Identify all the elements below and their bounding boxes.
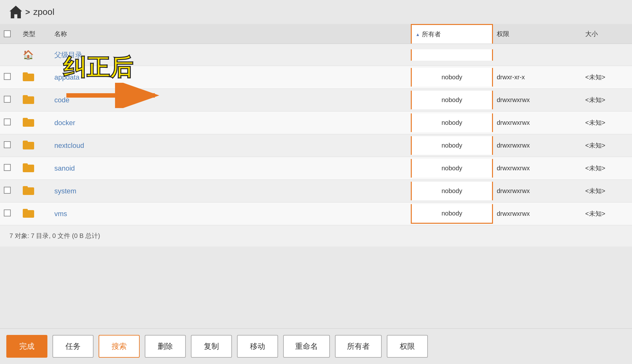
row-type-cell [19,112,51,134]
row-owner-cell: nobody [411,91,493,109]
file-link[interactable]: system [54,187,76,195]
row-size-cell: <未知> [581,136,632,155]
row-type-cell [19,180,51,202]
folder-icon [23,185,34,195]
row-checkbox[interactable] [4,73,11,80]
row-name-cell[interactable]: docker [51,113,411,133]
row-checkbox[interactable] [4,187,11,194]
row-name-cell[interactable]: sanoid [51,159,411,178]
file-link[interactable]: code [54,96,70,104]
row-type-cell [19,157,51,179]
perms-button[interactable]: 权限 [387,335,428,358]
folder-icon [23,72,34,81]
row-name-cell[interactable]: system [51,181,411,201]
row-type-cell [19,89,51,111]
row-name-cell[interactable]: nextcloud [51,136,411,155]
file-link[interactable]: nextcloud [54,142,84,149]
row-permissions-cell: drwxrwxrwx [493,113,581,132]
row-type-cell [19,203,51,225]
table-header: 类型 名称 ▲ 所有者 权限 大小 [0,24,632,44]
tasks-button[interactable]: 任务 [52,335,94,358]
row-owner-cell: nobody [411,136,493,155]
row-name-cell[interactable]: vms [51,204,411,224]
owner-button[interactable]: 所有者 [335,335,382,358]
file-link[interactable]: appdata [54,73,80,81]
parent-folder-icon: 🏠 [23,50,34,60]
row-owner-cell: nobody [411,182,493,200]
breadcrumb: > zpool [0,0,632,24]
row-checkbox-cell[interactable] [0,181,19,201]
row-checkbox[interactable] [4,118,11,125]
row-owner-cell: nobody [411,204,493,224]
row-owner-cell: nobody [411,159,493,178]
row-permissions-cell [493,49,581,61]
row-permissions-cell: drwxrwxrwx [493,204,581,223]
file-link[interactable]: docker [54,119,75,127]
row-type-cell [19,66,51,88]
status-bar: 7 对象: 7 目录, 0 文件 (0 B 总计) [0,225,632,246]
folder-icon [23,140,34,149]
header-permissions: 权限 [493,24,581,44]
header-checkbox [0,24,19,44]
select-all-checkbox[interactable] [4,30,11,37]
header-name: 名称 [51,24,411,44]
home-icon[interactable] [9,6,22,18]
table-row: system nobody drwxrwxrwx <未知> [0,180,632,203]
table-row: appdata nobody drwxr-xr-x <未知> [0,66,632,89]
breadcrumb-separator: > [25,7,30,17]
header-owner[interactable]: ▲ 所有者 [411,24,493,44]
row-owner-cell: nobody [411,68,493,87]
row-type-cell [19,134,51,157]
row-checkbox-cell [0,49,19,61]
row-checkbox-cell[interactable] [0,67,19,87]
row-size-cell: <未知> [581,90,632,110]
move-button[interactable]: 移动 [237,335,278,358]
file-link[interactable]: sanoid [54,164,75,172]
row-permissions-cell: drwxrwxrwx [493,182,581,200]
header-size: 大小 [581,24,632,44]
breadcrumb-path: zpool [33,7,54,17]
row-checkbox-cell[interactable] [0,90,19,110]
file-table: 类型 名称 ▲ 所有者 权限 大小 🏠 父级目录 [0,24,632,225]
row-owner-cell [411,49,493,61]
table-row: 🏠 父级目录 [0,44,632,66]
status-text: 7 对象: 7 目录, 0 文件 (0 B 总计) [9,232,100,239]
table-row: nextcloud nobody drwxrwxrwx <未知> [0,134,632,157]
folder-icon [23,117,34,127]
header-owner-label: 所有者 [422,30,441,39]
row-checkbox-cell[interactable] [0,204,19,224]
table-row: vms nobody drwxrwxrwx <未知> [0,203,632,225]
row-name-cell[interactable]: code [51,90,411,110]
row-permissions-cell: drwxrwxrwx [493,91,581,109]
row-checkbox-cell[interactable] [0,136,19,155]
row-checkbox[interactable] [4,141,11,148]
done-button[interactable]: 完成 [6,335,47,358]
folder-icon [23,163,34,172]
header-type: 类型 [19,24,51,44]
copy-button[interactable]: 复制 [191,335,232,358]
rename-button[interactable]: 重命名 [283,335,330,358]
row-checkbox-cell[interactable] [0,113,19,133]
row-permissions-cell: drwxr-xr-x [493,68,581,87]
row-checkbox[interactable] [4,209,11,216]
row-owner-cell: nobody [411,113,493,132]
row-checkbox-cell[interactable] [0,158,19,178]
row-name-cell[interactable]: appdata [51,68,411,87]
parent-dir-link[interactable]: 父级目录 [54,51,82,59]
row-checkbox[interactable] [4,96,11,103]
row-permissions-cell: drwxrwxrwx [493,136,581,155]
table-row: code nobody drwxrwxrwx <未知> [0,89,632,112]
row-size-cell: <未知> [581,113,632,133]
delete-button[interactable]: 删除 [145,335,186,358]
row-size-cell: <未知> [581,181,632,201]
row-checkbox[interactable] [4,164,11,171]
folder-icon [23,94,34,104]
row-name-cell[interactable]: 父级目录 [51,45,411,65]
table-row: sanoid nobody drwxrwxrwx <未知> [0,157,632,180]
table-row: docker nobody drwxrwxrwx <未知> [0,112,632,134]
row-type-cell: 🏠 [19,44,51,66]
search-button[interactable]: 搜索 [99,335,140,358]
file-link[interactable]: vms [54,210,67,218]
folder-icon [23,208,34,218]
row-permissions-cell: drwxrwxrwx [493,159,581,178]
